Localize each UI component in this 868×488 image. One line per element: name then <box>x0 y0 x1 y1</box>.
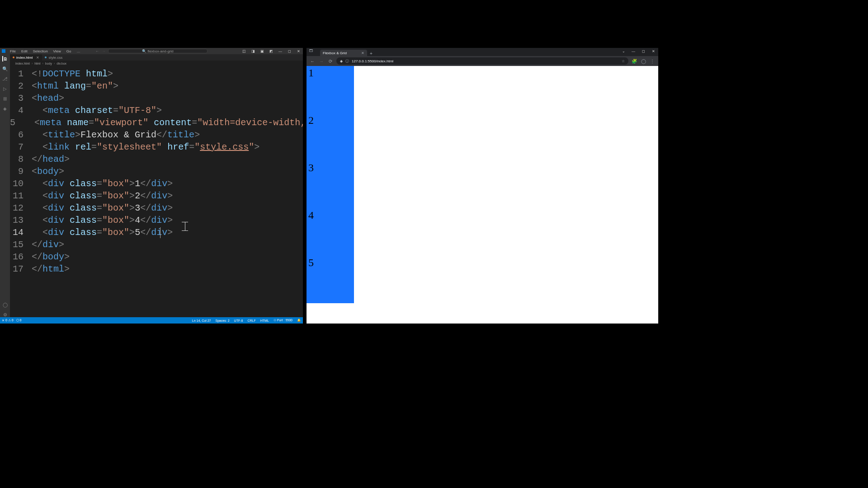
browser-viewport: 12345 <box>307 66 658 324</box>
breadcrumb-item[interactable]: div.box <box>57 62 66 65</box>
vscode-menu: FileEditSelectionViewGo… <box>8 49 82 54</box>
menu-item[interactable]: Go <box>65 49 73 54</box>
status-item[interactable]: UTF-8 <box>234 319 243 322</box>
forward-button[interactable]: → <box>318 58 325 64</box>
line-number: 12 <box>10 202 32 214</box>
code-editor[interactable]: 1<!DOCTYPE html>2<html lang="en">3<head>… <box>10 66 303 317</box>
lock-icon[interactable]: ⓘ <box>345 59 349 64</box>
explorer-icon[interactable]: 🗎 <box>2 56 8 61</box>
back-button[interactable]: ← <box>309 58 316 64</box>
status-item[interactable]: ⨯ 0 ⚠ 0 <box>2 319 14 322</box>
layout-icon[interactable]: ◩ <box>267 49 276 53</box>
chevron-right-icon: › <box>32 62 33 65</box>
breadcrumb-item[interactable]: html <box>34 62 40 65</box>
code-line[interactable]: 5 <meta name="viewport" content="width=d… <box>10 117 303 129</box>
search-placeholder: flexbox-and-grid <box>147 49 173 53</box>
live-share-icon[interactable]: ◈ <box>2 106 8 111</box>
line-number: 7 <box>10 141 32 153</box>
code-line[interactable]: 3<head> <box>10 92 303 104</box>
gear-icon[interactable]: ⚙ <box>2 312 8 317</box>
line-number: 3 <box>10 92 32 104</box>
code-line[interactable]: 2<html lang="en"> <box>10 80 303 92</box>
editor-tab[interactable]: style.css <box>42 54 65 61</box>
browser-window: 🗔 Flexbox & Grid ✕ + ⌄ — ◻ ✕ ← → ⟳ ◈ ⓘ 1… <box>307 48 658 324</box>
nav-back-icon[interactable]: ← <box>95 49 99 53</box>
search-icon[interactable]: 🔍 <box>2 66 8 71</box>
code-line[interactable]: 4 <meta charset="UTF-8"> <box>10 104 303 117</box>
reload-button[interactable]: ⟳ <box>327 58 334 64</box>
chevron-right-icon: › <box>54 62 55 65</box>
status-item[interactable]: HTML <box>260 319 269 322</box>
minimize-icon[interactable]: — <box>276 49 285 53</box>
layout-icon[interactable]: ▣ <box>258 49 267 53</box>
status-item[interactable]: 🔔 <box>297 319 301 322</box>
file-icon <box>13 56 14 58</box>
code-line[interactable]: 1<!DOCTYPE html> <box>10 68 303 80</box>
browser-tab[interactable]: Flexbox & Grid ✕ <box>320 50 367 56</box>
code-line[interactable]: 8</head> <box>10 153 303 165</box>
debug-icon[interactable]: ▷ <box>2 86 8 91</box>
menu-item[interactable]: View <box>52 49 63 54</box>
status-item[interactable]: Ln 14, Col 27 <box>192 319 211 322</box>
line-number: 2 <box>10 80 32 92</box>
maximize-icon[interactable]: ◻ <box>638 48 648 54</box>
rendered-box: 2 <box>307 113 354 161</box>
layout-icon[interactable]: ◫ <box>240 49 249 53</box>
new-tab-button[interactable]: + <box>367 51 375 56</box>
vscode-logo-icon <box>2 49 5 53</box>
menu-item[interactable]: File <box>8 49 18 54</box>
file-icon <box>45 56 47 58</box>
code-line[interactable]: 13 <div class="box">4</div> <box>10 214 303 226</box>
tab-label: style.css <box>48 56 62 60</box>
chevron-down-icon[interactable]: ⌄ <box>618 48 628 54</box>
code-line[interactable]: 7 <link rel="stylesheet" href="style.css… <box>10 141 303 153</box>
bookmark-star-icon[interactable]: ☆ <box>622 59 625 63</box>
breadcrumb-item[interactable]: index.html <box>15 62 30 65</box>
vscode-titlebar: FileEditSelectionViewGo… ← → 🔍 flexbox-a… <box>0 48 303 54</box>
maximize-icon[interactable]: ◻ <box>285 49 294 53</box>
close-icon[interactable]: ✕ <box>36 56 39 60</box>
browser-tabstrip: 🗔 Flexbox & Grid ✕ + ⌄ — ◻ ✕ <box>307 48 658 56</box>
status-item[interactable]: Spaces: 2 <box>215 319 229 322</box>
address-bar[interactable]: ◈ ⓘ 127.0.0.1:5500/index.html ☆ <box>336 57 628 65</box>
breadcrumb[interactable]: index.html›html›body›div.box <box>10 61 303 66</box>
status-item[interactable]: ⬡ 0 <box>16 319 22 322</box>
profile-icon[interactable]: ◯ <box>640 58 646 64</box>
close-icon[interactable]: ✕ <box>648 48 658 54</box>
nav-forward-icon[interactable]: → <box>102 49 105 53</box>
code-line[interactable]: 9<body> <box>10 165 303 178</box>
code-line[interactable]: 11 <div class="box">2</div> <box>10 190 303 202</box>
menu-item[interactable]: … <box>75 49 82 54</box>
code-line[interactable]: 12 <div class="box">3</div> <box>10 202 303 214</box>
editor-area: index.html✕style.css index.html›html›bod… <box>10 54 303 317</box>
line-number: 10 <box>10 178 32 190</box>
extensions-icon[interactable]: 🧩 <box>631 58 637 64</box>
close-icon[interactable]: ✕ <box>294 49 303 53</box>
minimize-icon[interactable]: — <box>628 48 638 54</box>
status-item[interactable]: ☉ Port : 5500 <box>274 319 292 322</box>
menu-item[interactable]: Edit <box>19 49 29 54</box>
line-number: 14 <box>10 226 32 239</box>
command-center-search[interactable]: 🔍 flexbox-and-grid <box>108 49 208 53</box>
layout-icon[interactable]: ◨ <box>249 49 258 53</box>
page-info-icon[interactable]: 🗔 <box>309 49 314 53</box>
line-number: 11 <box>10 190 32 202</box>
source-control-icon[interactable]: ⎇ <box>2 76 8 81</box>
code-line[interactable]: 15</div> <box>10 239 303 251</box>
menu-item[interactable]: Selection <box>31 49 50 54</box>
code-line[interactable]: 6 <title>Flexbox & Grid</title> <box>10 129 303 141</box>
editor-tab[interactable]: index.html✕ <box>10 54 42 61</box>
close-icon[interactable]: ✕ <box>361 51 364 55</box>
code-line[interactable]: 10 <div class="box">1</div> <box>10 178 303 190</box>
breadcrumb-item[interactable]: body <box>45 62 52 65</box>
account-icon[interactable]: ◯ <box>2 302 8 307</box>
menu-icon[interactable]: ⋮ <box>649 58 656 64</box>
code-line[interactable]: 17</html> <box>10 263 303 275</box>
status-item[interactable]: CRLF <box>247 319 255 322</box>
code-line[interactable]: 16</body> <box>10 251 303 263</box>
site-info-icon[interactable]: ◈ <box>340 59 343 63</box>
extensions-icon[interactable]: ⊞ <box>2 96 8 101</box>
line-number: 4 <box>10 104 32 117</box>
code-line[interactable]: 14 <div class="box">5</div> <box>10 226 303 239</box>
vscode-commandcenter: ← → 🔍 flexbox-and-grid <box>95 49 208 53</box>
